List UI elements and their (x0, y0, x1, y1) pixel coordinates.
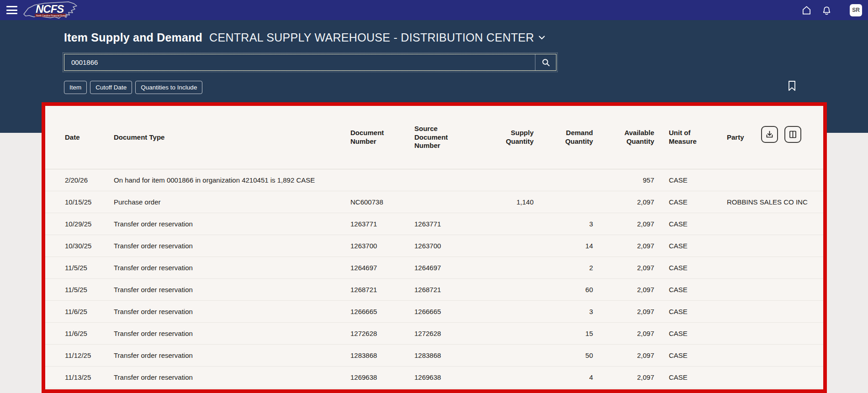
cell-date: 10/30/25 (65, 242, 114, 250)
table-row[interactable]: 11/5/25Transfer order reservation1264697… (45, 257, 823, 279)
cell-demand: 3 (534, 220, 593, 228)
cell-doctype: Transfer order reservation (114, 330, 350, 337)
table-row[interactable]: 10/30/25Transfer order reservation126370… (45, 235, 823, 257)
cell-srcdoc: 1269638 (414, 373, 470, 381)
table-row[interactable]: 11/6/25Transfer order reservation1272628… (45, 323, 823, 345)
cell-uom: CASE (654, 220, 727, 228)
cell-avail: 2,097 (593, 330, 654, 337)
column-header-doctype[interactable]: Document Type (114, 133, 350, 142)
notifications-icon[interactable] (820, 4, 832, 16)
cell-docnum: 1264697 (350, 264, 414, 272)
search-button[interactable] (535, 54, 556, 70)
download-icon (765, 130, 774, 139)
table-row[interactable]: 11/13/25Transfer order reservation127085… (45, 388, 823, 393)
cell-doctype: On hand for item 0001866 in organization… (114, 176, 350, 184)
cell-srcdoc: 1266665 (414, 308, 470, 315)
cell-docnum: 1283868 (350, 351, 414, 359)
column-header-date[interactable]: Date (65, 133, 114, 142)
cell-date: 11/5/25 (65, 264, 114, 272)
column-header-supply[interactable]: Supply Quantity (470, 129, 534, 146)
table-row[interactable]: 11/13/25Transfer order reservation126963… (45, 367, 823, 388)
cell-demand: 14 (534, 242, 593, 250)
cell-date: 10/15/25 (65, 198, 114, 206)
cell-srcdoc: 1263700 (414, 242, 470, 250)
cell-uom: CASE (654, 286, 727, 293)
menu-icon[interactable] (6, 6, 17, 14)
search-icon (541, 58, 550, 67)
column-header-avail[interactable]: Available Quantity (593, 129, 654, 146)
filter-chip-cutoff-date[interactable]: Cutoff Date (90, 81, 132, 94)
cell-date: 11/5/25 (65, 286, 114, 293)
organization-picker[interactable]: CENTRAL SUPPLY WAREHOUSE - DISTRIBUTION … (209, 31, 545, 44)
cell-demand: 4 (534, 373, 593, 381)
table-row[interactable]: 2/20/26On hand for item 0001866 in organ… (45, 169, 823, 191)
cell-uom: CASE (654, 242, 727, 250)
cell-doctype: Transfer order reservation (114, 373, 350, 381)
cell-srcdoc: 1264697 (414, 264, 470, 272)
cell-avail: 957 (593, 176, 654, 184)
table-header-row: DateDocument TypeDocument NumberSource D… (45, 124, 823, 151)
filter-chip-item[interactable]: Item (64, 81, 87, 94)
cell-date: 11/6/25 (65, 330, 114, 337)
top-navbar: NCFS North Carolina Financial System SR (0, 0, 868, 20)
cell-docnum: 1268721 (350, 286, 414, 293)
table-row[interactable]: 11/5/25Transfer order reservation1268721… (45, 279, 823, 301)
cell-doctype: Transfer order reservation (114, 351, 350, 359)
filter-chip-quantities-to-include[interactable]: Quantities to Include (135, 81, 202, 94)
cell-date: 2/20/26 (65, 176, 114, 184)
home-icon[interactable] (800, 4, 812, 16)
download-button[interactable] (761, 126, 778, 143)
cell-docnum: 1263700 (350, 242, 414, 250)
cell-uom: CASE (654, 308, 727, 315)
cell-supply: 1,140 (470, 198, 534, 206)
cell-demand: 3 (534, 308, 593, 315)
cell-avail: 2,097 (593, 286, 654, 293)
cell-date: 11/12/25 (65, 351, 114, 359)
organization-name: CENTRAL SUPPLY WAREHOUSE - DISTRIBUTION … (209, 31, 534, 44)
cell-docnum: 1263771 (350, 220, 414, 228)
cell-doctype: Transfer order reservation (114, 308, 350, 315)
item-search-bar (64, 54, 556, 71)
cell-uom: CASE (654, 198, 727, 206)
logo-subtext: North Carolina Financial System (36, 15, 68, 17)
manage-columns-button[interactable] (784, 126, 801, 143)
filter-chip-row: Item Cutoff Date Quantities to Include (64, 81, 202, 94)
column-header-srcdoc[interactable]: Source Document Number (414, 125, 470, 150)
cell-demand: 50 (534, 351, 593, 359)
cell-docnum: NC600738 (350, 198, 414, 206)
user-avatar[interactable]: SR (850, 4, 862, 16)
cell-doctype: Transfer order reservation (114, 286, 350, 293)
column-header-demand[interactable]: Demand Quantity (534, 129, 593, 146)
cell-doctype: Purchase order (114, 198, 350, 206)
cell-avail: 2,097 (593, 373, 654, 381)
cell-srcdoc: 1272628 (414, 330, 470, 337)
table-row[interactable]: 11/12/25Transfer order reservation128386… (45, 345, 823, 367)
cell-srcdoc: 1283868 (414, 351, 470, 359)
cell-avail: 2,097 (593, 198, 654, 206)
table-row[interactable]: 10/15/25Purchase orderNC6007381,1402,097… (45, 191, 823, 213)
bookmark-icon[interactable] (788, 80, 796, 91)
column-header-uom[interactable]: Unit of Measure (654, 129, 727, 146)
cell-uom: CASE (654, 373, 727, 381)
cell-docnum: 1272628 (350, 330, 414, 337)
cell-uom: CASE (654, 330, 727, 337)
table-body: 2/20/26On hand for item 0001866 in organ… (45, 169, 823, 393)
page-title: Item Supply and Demand (64, 31, 202, 44)
logo-text: NCFS (36, 3, 64, 15)
cell-uom: CASE (654, 351, 727, 359)
table-row[interactable]: 10/29/25Transfer order reservation126377… (45, 213, 823, 235)
cell-avail: 2,097 (593, 242, 654, 250)
column-header-docnum[interactable]: Document Number (350, 129, 414, 146)
cell-doctype: Transfer order reservation (114, 220, 350, 228)
supply-demand-table-panel: DateDocument TypeDocument NumberSource D… (42, 102, 827, 393)
cell-date: 10/29/25 (65, 220, 114, 228)
search-input[interactable] (64, 54, 535, 70)
cell-avail: 2,097 (593, 220, 654, 228)
ncfs-logo[interactable]: NCFS North Carolina Financial System (21, 0, 79, 21)
cell-srcdoc: 1263771 (414, 220, 470, 228)
cell-demand: 15 (534, 330, 593, 337)
cell-avail: 2,097 (593, 308, 654, 315)
cell-srcdoc: 1268721 (414, 286, 470, 293)
cell-doctype: Transfer order reservation (114, 242, 350, 250)
table-row[interactable]: 11/6/25Transfer order reservation1266665… (45, 301, 823, 323)
